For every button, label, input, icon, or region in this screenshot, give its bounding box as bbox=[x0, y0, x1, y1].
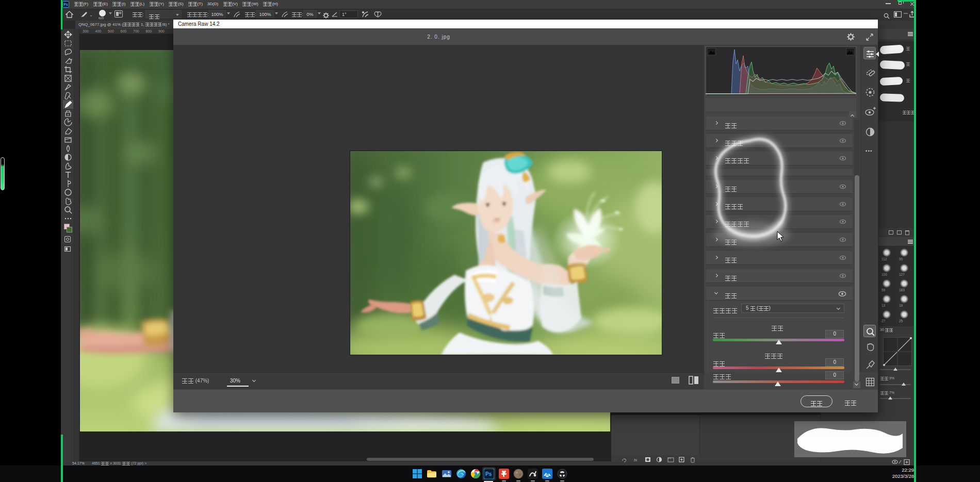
svg-text:fx: fx bbox=[634, 458, 638, 462]
svg-text:Ps: Ps bbox=[485, 471, 492, 477]
